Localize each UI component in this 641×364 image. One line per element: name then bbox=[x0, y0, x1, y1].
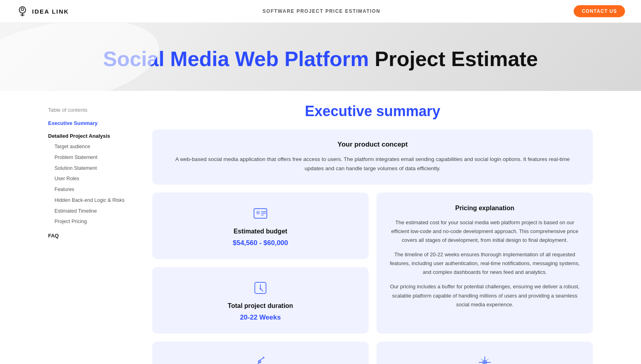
svg-point-0 bbox=[19, 7, 26, 13]
sidebar-item-problem-statement[interactable]: Problem Statement bbox=[48, 152, 136, 163]
sidebar-item-solution-statement[interactable]: Solution Statement bbox=[48, 163, 136, 174]
duration-value: 20-22 Weeks bbox=[240, 314, 281, 322]
logo-area: IDEA LINK bbox=[16, 5, 69, 18]
budget-label: Estimated budget bbox=[234, 228, 287, 235]
logo-text: IDEA LINK bbox=[32, 8, 69, 15]
sidebar-item-executive-summary[interactable]: Executive Summary bbox=[48, 118, 136, 129]
section-title: Executive summary bbox=[152, 103, 593, 120]
sidebar-item-target-audience[interactable]: Target audience bbox=[48, 141, 136, 152]
pricing-explanation-heading: Pricing explanation bbox=[386, 205, 583, 212]
toc-label: Table of contents bbox=[48, 107, 136, 113]
product-concept-description: A web-based social media application tha… bbox=[168, 155, 577, 173]
hero-title-blue: Social Media Web Platform bbox=[103, 47, 369, 70]
estimated-budget-card: Estimated budget $54,560 - $60,000 bbox=[152, 193, 369, 259]
budget-value: $54,560 - $60,000 bbox=[233, 239, 288, 247]
hero-title: Social Media Web Platform Project Estima… bbox=[8, 47, 633, 71]
product-concept-card: Your product concept A web-based social … bbox=[152, 129, 593, 185]
bottom-cards: Design & analysis Development planning &… bbox=[152, 342, 593, 364]
sidebar-item-features[interactable]: Features bbox=[48, 184, 136, 195]
design-icon bbox=[252, 354, 269, 364]
header: IDEA LINK SOFTWARE PROJECT PRICE ESTIMAT… bbox=[0, 0, 641, 23]
header-nav-label: SOFTWARE PROJECT PRICE ESTIMATION bbox=[262, 8, 380, 14]
svg-point-12 bbox=[260, 288, 261, 290]
hero-section: Social Media Web Platform Project Estima… bbox=[0, 23, 641, 91]
sidebar-item-project-pricing[interactable]: Project Pricing bbox=[48, 216, 136, 227]
sidebar-item-detailed-analysis[interactable]: Detailed Project Analysis bbox=[48, 131, 136, 142]
sidebar: Table of contents Executive Summary Deta… bbox=[48, 103, 136, 364]
dev-planning-card: Development planning & architecture bbox=[377, 342, 593, 364]
sidebar-item-user-roles[interactable]: User Roles bbox=[48, 173, 136, 184]
budget-icon bbox=[252, 205, 269, 222]
sidebar-item-estimated-timeline[interactable]: Estimated Timeline bbox=[48, 206, 136, 217]
product-concept-heading: Your product concept bbox=[168, 141, 577, 149]
pricing-explanation-card: Pricing explanation The estimated cost f… bbox=[377, 193, 593, 334]
pricing-para-3: Our pricing includes a buffer for potent… bbox=[386, 282, 583, 309]
total-duration-card: Total project duration 20-22 Weeks bbox=[152, 267, 369, 334]
logo-icon bbox=[16, 5, 29, 18]
main-container: Table of contents Executive Summary Deta… bbox=[40, 91, 601, 364]
content-area: Executive summary Your product concept A… bbox=[152, 103, 593, 364]
svg-point-16 bbox=[263, 357, 264, 358]
left-cards-col: Estimated budget $54,560 - $60,000 Total… bbox=[152, 193, 369, 334]
dev-planning-icon bbox=[476, 354, 494, 364]
duration-icon bbox=[252, 279, 269, 297]
hero-title-black: Project Estimate bbox=[369, 47, 538, 70]
sidebar-item-faq[interactable]: FAQ bbox=[48, 230, 136, 241]
pricing-para-1: The estimated cost for your social media… bbox=[386, 218, 583, 245]
duration-label: Total project duration bbox=[228, 302, 293, 310]
design-analysis-card: Design & analysis bbox=[152, 342, 369, 364]
pricing-para-2: The timeline of 20-22 weeks ensures thor… bbox=[386, 250, 583, 277]
contact-button[interactable]: CONTACT US bbox=[574, 5, 625, 17]
svg-point-1 bbox=[21, 8, 24, 10]
cards-grid: Estimated budget $54,560 - $60,000 Total… bbox=[152, 193, 593, 334]
sidebar-item-hidden-backend[interactable]: Hidden Back-end Logic & Risks bbox=[48, 195, 136, 206]
svg-rect-5 bbox=[256, 211, 260, 214]
